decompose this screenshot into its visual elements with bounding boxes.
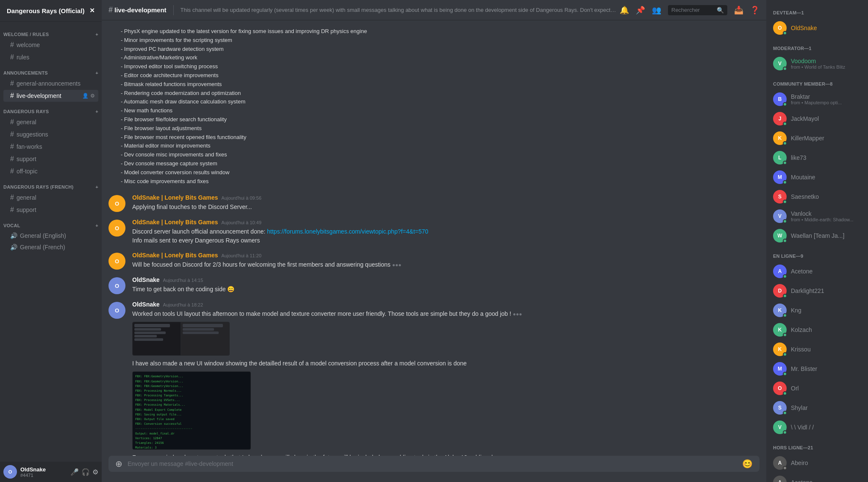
channel-live-development[interactable]: # live-development 👤 ⚙ xyxy=(3,90,98,102)
avatar: M xyxy=(773,170,787,184)
search-input[interactable] xyxy=(671,7,714,13)
member-vidl[interactable]: V \ \ Vidl / / xyxy=(770,418,865,437)
channel-voice-french[interactable]: 🔊 General (French) xyxy=(3,242,98,253)
microphone-icon[interactable]: 🎤 xyxy=(70,468,79,476)
dev-message-block: - PhysX engine updated to the latest ver… xyxy=(108,27,760,186)
category-add-icon[interactable]: + xyxy=(95,32,98,37)
member-moutaine[interactable]: M Moutaine xyxy=(770,168,865,187)
channel-fan-works[interactable]: # fan-works xyxy=(3,141,98,153)
message-input[interactable] xyxy=(128,456,737,472)
help-icon[interactable]: ❓ xyxy=(750,6,760,15)
member-oldsnake-dev[interactable]: O OldSnake xyxy=(770,19,865,37)
category-vocal-label: VOCAL xyxy=(3,223,20,228)
member-orl[interactable]: O Orl xyxy=(770,379,865,398)
image-attachment-2[interactable]: FBX: FBX:GeometryVersion... FBX: FBX:Geo… xyxy=(132,371,760,450)
hash-icon: # xyxy=(10,41,14,49)
message-author[interactable]: OldSnake | Lonely Bits Games xyxy=(132,252,218,259)
member-acetone-offline[interactable]: A Acetone xyxy=(770,473,865,482)
avatar: W xyxy=(773,229,787,242)
pin-icon[interactable]: 📌 xyxy=(636,6,645,15)
avatar: O xyxy=(3,465,17,479)
members-sidebar: DEVTEAM—1 O OldSnake MODERATOR—1 V Voodo… xyxy=(766,0,868,482)
message-author[interactable]: OldSnake | Lonely Bits Games xyxy=(132,219,218,226)
channel-welcome[interactable]: # welcome xyxy=(3,39,98,51)
search-bar[interactable]: 🔍 xyxy=(668,5,727,15)
channel-name-label: general xyxy=(17,119,36,125)
member-saesnetko[interactable]: S Saesnetko xyxy=(770,187,865,206)
category-dangerous-rays-french[interactable]: DANGEROUS RAYS (FRENCH) + xyxy=(0,178,102,191)
status-indicator xyxy=(783,180,787,184)
channel-rules[interactable]: # rules xyxy=(3,51,98,63)
channel-support[interactable]: # support xyxy=(3,153,98,165)
message-group: O OldSnake Aujourd'hui à 18:22 Worked on… xyxy=(108,299,760,456)
category-add-icon[interactable]: + xyxy=(95,70,98,75)
category-announcements-label: ANNOUNCEMENTS xyxy=(3,70,48,75)
plus-icon[interactable]: ⊕ xyxy=(115,459,122,469)
member-braktar[interactable]: B Braktar from • Maputempo opti... xyxy=(770,90,865,109)
category-add-icon[interactable]: + xyxy=(95,184,98,189)
avatar: O xyxy=(108,195,125,212)
message-header: OldSnake | Lonely Bits Games Aujourd'hui… xyxy=(132,194,760,201)
channel-description: This channel will be updated regularly (… xyxy=(181,7,616,13)
image-attachment[interactable] xyxy=(132,322,230,356)
channel-name-label: General (French) xyxy=(20,244,65,251)
channel-off-topic[interactable]: # off-topic xyxy=(3,165,98,177)
status-indicator xyxy=(783,274,787,279)
category-dangerous-rays[interactable]: DANGEROUS RAYS + xyxy=(0,102,102,116)
category-add-icon[interactable]: + xyxy=(95,223,98,228)
category-dangerous-rays-french-label: DANGEROUS RAYS (FRENCH) xyxy=(3,184,73,189)
member-jackmayol[interactable]: J JackMayol xyxy=(770,109,865,128)
headphone-icon[interactable]: 🎧 xyxy=(81,468,90,476)
member-acetone[interactable]: A Acetone xyxy=(770,262,865,281)
member-abeiro[interactable]: A Abeiro xyxy=(770,454,865,472)
settings-icon[interactable]: ⚙ xyxy=(90,93,95,99)
avatar: O xyxy=(773,21,787,35)
category-announcements[interactable]: ANNOUNCEMENTS + xyxy=(0,64,102,77)
channel-fr-general[interactable]: # general xyxy=(3,192,98,203)
message-author[interactable]: OldSnake xyxy=(132,301,160,308)
member-killermapper[interactable]: K KillerMapper xyxy=(770,129,865,148)
member-info: Braktar from • Maputempo opti... xyxy=(791,93,842,105)
member-name-text: Mr. Blister xyxy=(791,365,817,372)
emoji-icon[interactable]: 😊 xyxy=(742,459,753,469)
member-info: Voodoom from • World of Tanks Blitz xyxy=(791,58,845,70)
channel-general-announcements[interactable]: # general-announcements xyxy=(3,78,98,89)
member-category-online: EN LIGNE—9 xyxy=(770,250,865,260)
member-darklight[interactable]: D Darklight221 xyxy=(770,281,865,300)
inbox-icon[interactable]: 📥 xyxy=(734,6,743,15)
server-dropdown-icon[interactable]: ✕ xyxy=(89,7,95,14)
member-like73[interactable]: L like73 xyxy=(770,148,865,167)
member-mrblister[interactable]: M Mr. Blister xyxy=(770,359,865,378)
member-vanlock[interactable]: V Vanlock from • Middle-earth: Shadow... xyxy=(770,207,865,226)
message-author[interactable]: OldSnake xyxy=(132,276,160,283)
channel-name-label: suggestions xyxy=(17,131,48,138)
voice-icon: 🔊 xyxy=(10,232,17,239)
hash-icon: # xyxy=(10,194,14,201)
message-timestamp: Aujourd'hui à 10:49 xyxy=(221,220,261,225)
settings-icon[interactable]: ⚙ xyxy=(92,468,98,476)
status-indicator xyxy=(783,466,787,470)
channel-name-label: rules xyxy=(17,54,29,61)
member-name-text: KillerMapper xyxy=(791,135,824,142)
category-add-icon[interactable]: + xyxy=(95,109,98,114)
bell-icon[interactable]: 🔔 xyxy=(620,6,629,15)
server-name[interactable]: Dangerous Rays (Official) ✕ xyxy=(0,0,102,22)
members-icon[interactable]: 👥 xyxy=(652,6,661,15)
member-waellan[interactable]: W Waellan [Team Ja...] xyxy=(770,226,865,245)
avatar: M xyxy=(773,362,787,376)
channel-suggestions[interactable]: # suggestions xyxy=(3,128,98,140)
member-shylar[interactable]: S Shylar xyxy=(770,398,865,417)
message-author[interactable]: OldSnake | Lonely Bits Games xyxy=(132,194,218,201)
channel-general[interactable]: # general xyxy=(3,116,98,128)
member-kng[interactable]: K Kng xyxy=(770,301,865,320)
member-krissou[interactable]: K Krissou xyxy=(770,340,865,359)
member-kolzach[interactable]: K Kolzach xyxy=(770,320,865,339)
avatar: K xyxy=(773,304,787,317)
category-welcome[interactable]: WELCOME / RULES + xyxy=(0,25,102,39)
member-voodoom[interactable]: V Voodoom from • World of Tanks Blitz xyxy=(770,54,865,73)
announcement-link[interactable]: https://forums.lonelybitsgames.com/viewt… xyxy=(267,228,428,235)
channel-name-label: live-development xyxy=(17,92,61,99)
category-vocal[interactable]: VOCAL + xyxy=(0,216,102,230)
channel-voice-english[interactable]: 🔊 General (English) xyxy=(3,230,98,241)
channel-fr-support[interactable]: # support xyxy=(3,204,98,216)
